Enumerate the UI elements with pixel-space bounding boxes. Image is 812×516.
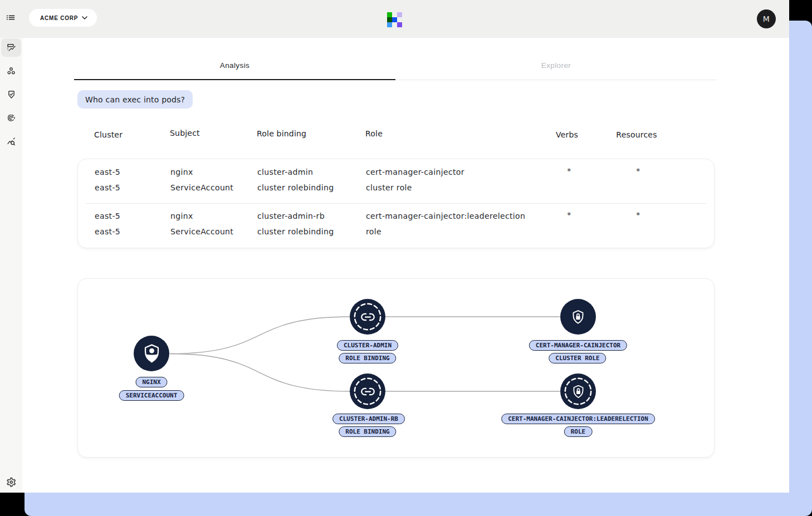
cell-role: cert-manager-cainjector	[366, 164, 464, 180]
pill-text: CLUSTER-ADMIN-RB	[339, 415, 398, 422]
graph-label-name[interactable]: CERT-MANAGER-CAINJECTOR	[529, 340, 627, 351]
cell-role-binding: cluster rolebinding	[257, 224, 334, 239]
cell-subject: ServiceAccount	[170, 224, 233, 239]
logo-cell-green	[387, 12, 392, 17]
cell-verbs: *	[552, 207, 586, 223]
pill-text: ROLE	[571, 428, 586, 435]
menu-icon[interactable]	[7, 15, 15, 22]
trend-search-icon	[7, 137, 16, 146]
shield-check-icon	[8, 91, 14, 99]
main-content: Analysis Explorer Who can exec into pods…	[22, 38, 789, 493]
cell-subject: nginx	[170, 164, 193, 180]
tab-analysis[interactable]: Analysis	[74, 56, 395, 80]
cell-subject: ServiceAccount	[170, 180, 233, 195]
table-row[interactable]: east-5 nginx cluster-admin cert-manager-…	[78, 159, 714, 203]
graph-node-rolebinding-1[interactable]	[350, 299, 385, 335]
cluster-dots-icon	[7, 67, 15, 75]
query-chip-label: Who can exec into pods?	[85, 95, 185, 104]
cell-cluster: east-5	[95, 224, 120, 239]
app-window: ACME CORP M	[0, 0, 789, 493]
chevron-down-icon	[82, 16, 87, 19]
graph-label-name[interactable]: NGINX	[135, 377, 167, 387]
graph-label-kind[interactable]: CLUSTER ROLE	[549, 353, 606, 363]
user-avatar[interactable]: M	[757, 9, 776, 28]
graph-label-kind[interactable]: SERVICEACCOUNT	[119, 390, 184, 401]
pill-text: SERVICEACCOUNT	[126, 392, 178, 399]
column-header-resources: Resources	[614, 129, 659, 140]
cell-subject: nginx	[170, 208, 193, 224]
graph-label-kind[interactable]: ROLE BINDING	[339, 426, 396, 437]
pill-text: CLUSTER-ADMIN	[344, 342, 392, 349]
logo-cell-lavender	[397, 12, 402, 17]
tab-explorer-label: Explorer	[541, 61, 571, 80]
results-table: east-5 nginx cluster-admin cert-manager-…	[77, 159, 715, 248]
sidebar-item-settings[interactable]	[1, 473, 21, 492]
cell-verbs: *	[552, 163, 586, 179]
cell-resources: *	[622, 207, 655, 223]
cell-role: cluster role	[366, 180, 412, 195]
cell-cluster: east-5	[95, 164, 120, 180]
sidebar-item-security[interactable]	[1, 85, 21, 104]
cell-cluster: east-5	[95, 180, 120, 195]
pill-text: ROLE BINDING	[345, 355, 389, 362]
graph-label-kind[interactable]: ROLE BINDING	[339, 353, 396, 363]
cell-role: cert-manager-cainjector:leaderelection	[366, 208, 525, 224]
logo-cell-blue	[392, 17, 397, 22]
pill-text: ROLE BINDING	[345, 428, 389, 435]
pill-text: CERT-MANAGER-CAINJECTOR:LEADERELECTION	[508, 415, 648, 422]
shield-user-icon	[144, 344, 159, 363]
pill-text: CERT-MANAGER-CAINJECTOR	[536, 342, 620, 349]
avatar-initial: M	[763, 14, 770, 23]
cell-role-binding: cluster-admin-rb	[257, 208, 325, 224]
table-header: Cluster Subject Role binding Role Verbs …	[74, 129, 717, 140]
column-header-role-binding: Role binding	[257, 128, 306, 139]
tab-analysis-label: Analysis	[220, 61, 250, 80]
graph-node-role-1[interactable]	[560, 299, 596, 335]
shield-lock-icon	[573, 310, 584, 324]
column-header-verbs: Verbs	[545, 129, 589, 140]
flag-activity-icon	[7, 44, 16, 51]
org-switcher-button[interactable]: ACME CORP	[29, 9, 97, 27]
table-row-line: east-5 ServiceAccount cluster rolebindin…	[78, 180, 714, 195]
graph-node-role-2[interactable]	[560, 374, 596, 409]
table-row[interactable]: east-5 nginx cluster-admin-rb cert-manag…	[78, 204, 714, 248]
table-row-line: east-5 ServiceAccount cluster rolebindin…	[78, 224, 714, 239]
column-header-role: Role	[365, 128, 383, 139]
sidebar	[0, 38, 22, 493]
cell-role-binding: cluster-admin	[257, 164, 313, 180]
sidebar-item-clusters[interactable]	[1, 62, 21, 80]
graph-label-name[interactable]: CLUSTER-ADMIN	[337, 340, 398, 351]
cell-cluster: east-5	[95, 208, 120, 224]
graph-node-subject[interactable]	[134, 336, 169, 371]
link-icon	[360, 384, 375, 399]
link-icon	[360, 309, 375, 325]
sidebar-item-trends[interactable]	[1, 132, 21, 150]
topbar: ACME CORP M	[0, 0, 789, 38]
table-row-line: east-5 nginx cluster-admin cert-manager-…	[78, 164, 714, 180]
cell-resources: *	[622, 163, 655, 179]
graph-node-rolebinding-2[interactable]	[350, 374, 385, 409]
column-header-cluster: Cluster	[94, 129, 123, 140]
pill-text: CLUSTER ROLE	[555, 355, 599, 362]
logo-cell-dark-green	[387, 17, 392, 22]
logo-cell-purple	[397, 22, 402, 27]
org-name: ACME CORP	[40, 15, 78, 21]
rbac-graph: NGINX SERVICEACCOUNT CLUSTER-ADMIN ROLE …	[77, 278, 715, 458]
graph-label-kind[interactable]: ROLE	[564, 426, 593, 437]
cell-role-binding: cluster rolebinding	[257, 180, 334, 195]
cell-role: role	[366, 224, 381, 239]
graph-label-name[interactable]: CERT-MANAGER-CAINJECTOR:LEADERELECTION	[501, 414, 655, 424]
column-header-subject: Subject	[170, 127, 200, 139]
app-logo	[387, 12, 402, 27]
radar-icon	[8, 115, 15, 121]
gear-icon	[7, 478, 16, 487]
graph-label-name[interactable]: CLUSTER-ADMIN-RB	[332, 414, 405, 424]
table-row-line: east-5 nginx cluster-admin-rb cert-manag…	[78, 208, 714, 224]
logo-cell-light-blue	[387, 22, 392, 27]
tab-bar: Analysis Explorer	[74, 56, 717, 80]
sidebar-item-radar[interactable]	[1, 109, 21, 127]
sidebar-item-analysis[interactable]	[1, 38, 21, 57]
pill-text: NGINX	[142, 379, 160, 386]
query-chip[interactable]: Who can exec into pods?	[77, 90, 193, 109]
tab-explorer[interactable]: Explorer	[395, 56, 717, 80]
